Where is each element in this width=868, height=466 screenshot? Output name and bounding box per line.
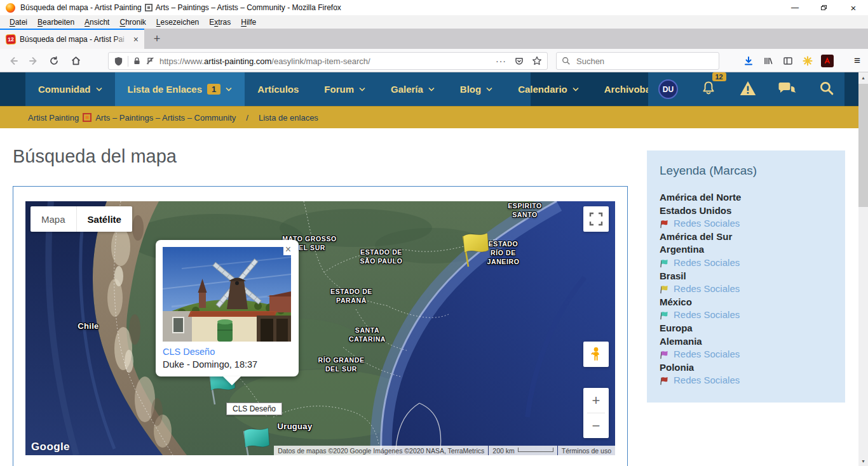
zoom-out-button[interactable]: − (583, 413, 609, 438)
flag-icon (660, 310, 669, 320)
map-canvas[interactable]: MATO GROSSO DEL SUR ESTADO DE SÃO PAULO … (25, 201, 615, 455)
legend-link-row: Redes Sociales (660, 283, 832, 296)
notifications-button[interactable]: 12 (700, 80, 717, 99)
tracking-shield-icon[interactable] (114, 57, 123, 66)
scrollbar-thumb[interactable] (858, 84, 868, 207)
browser-toolbar: https://www.artist-painting.com/easylink… (0, 49, 868, 72)
window-title: Búsqueda del mapa - Artist Painting Arts… (20, 3, 341, 12)
titlebar: Búsqueda del mapa - Artist Painting Arts… (0, 0, 868, 15)
page-title: Búsqueda del mapa (13, 146, 177, 167)
pocket-icon[interactable] (514, 56, 524, 66)
tab-close-icon[interactable]: × (133, 35, 139, 44)
tab-strip: 12 Búsqueda del mapa - Artist Pai × + (0, 29, 868, 49)
redes-sociales-link[interactable]: Redes Sociales (674, 309, 740, 322)
menu-lesezeichen[interactable]: Lesezeichen (151, 18, 204, 27)
nav-item-lista-de-enlaces[interactable]: Lista de Enlaces1 (115, 72, 245, 106)
map-marker-flag-yellow[interactable] (459, 230, 491, 270)
scrollbar-down-arrow[interactable]: ▾ (858, 456, 868, 466)
nav-item-articulos[interactable]: Artículos (245, 72, 311, 106)
breadcrumb-site-tagline[interactable]: Arts – Paintings – Artists – Community (95, 113, 236, 123)
minimize-button[interactable]: — (780, 0, 810, 15)
google-logo[interactable]: Google (31, 441, 70, 453)
forward-button[interactable] (24, 51, 43, 70)
pegman-button[interactable] (583, 342, 609, 367)
page-actions-icon[interactable]: ··· (496, 56, 506, 66)
site-search-icon (818, 80, 834, 96)
redes-sociales-link[interactable]: Redes Sociales (674, 374, 740, 387)
menu-datei[interactable]: Datei (4, 18, 32, 27)
window-controls: — × (780, 0, 868, 15)
legend-region: Europa (660, 322, 832, 335)
legend-title: Leyenda (Marcas) (660, 164, 832, 178)
forward-icon (29, 56, 39, 66)
messages-button[interactable] (778, 81, 796, 98)
breadcrumb-site-link[interactable]: Artist Painting (28, 113, 79, 123)
bookmark-star-icon[interactable] (532, 56, 542, 66)
zoom-control: + − (583, 388, 609, 438)
menu-ansicht[interactable]: Ansicht (79, 18, 114, 27)
nav-item-calendario[interactable]: Calendario (505, 72, 592, 106)
legend-country: Estados Unidos (660, 204, 832, 218)
fullscreen-button[interactable] (583, 206, 609, 232)
map-marker-flag-teal[interactable] (240, 425, 272, 455)
map-marker-label[interactable]: CLS Deseño (226, 403, 282, 415)
url-text: https://www.artist-painting.com/easylink… (159, 57, 491, 66)
scrollbar-up-arrow[interactable]: ▴ (858, 72, 868, 83)
redes-sociales-link[interactable]: Redes Sociales (674, 348, 740, 361)
notification-count-badge: 12 (712, 72, 726, 81)
windmill-photo[interactable] (163, 247, 291, 342)
lock-icon[interactable] (133, 57, 141, 65)
painting-icon (145, 4, 153, 11)
restore-button[interactable] (810, 0, 839, 15)
nav-item-galeria[interactable]: Galería (378, 72, 447, 106)
extension-button[interactable] (797, 51, 817, 70)
reload-button[interactable] (44, 51, 64, 70)
warning-icon (739, 80, 757, 97)
close-button[interactable]: × (839, 0, 868, 15)
nav-item-blog[interactable]: Blog (447, 72, 505, 106)
map-label-chile: Chile (78, 321, 98, 332)
search-input[interactable] (575, 56, 714, 67)
legend-region: América del Sur (660, 230, 832, 244)
menu-extras[interactable]: Extras (204, 18, 236, 27)
site-search-button[interactable] (818, 80, 834, 98)
chevron-down-icon (96, 87, 102, 91)
zoom-in-button[interactable]: + (583, 388, 609, 413)
site-nav-menu: Comunidad Lista de Enlaces1 Artículos Fo… (25, 72, 531, 106)
info-window-tail (223, 376, 241, 385)
map-type-satelite[interactable]: Satélite (76, 206, 132, 232)
hamburger-menu-button[interactable]: ≡ (848, 51, 867, 70)
home-button[interactable] (66, 51, 85, 70)
fullscreen-icon (588, 211, 604, 227)
menubar: Datei Bearbeiten Ansicht Chronik Lesezei… (0, 15, 868, 29)
permissions-icon[interactable] (146, 57, 155, 65)
info-window-link[interactable]: CLS Deseño (163, 347, 292, 357)
alerts-button[interactable] (739, 80, 757, 99)
sidebar-button[interactable] (778, 51, 797, 70)
menu-bearbeiten[interactable]: Bearbeiten (32, 18, 79, 27)
nav-item-forum[interactable]: Forum (311, 72, 378, 106)
terms-link[interactable]: Términos de uso (558, 446, 615, 455)
urlbar-divider (128, 56, 128, 67)
flag-icon (660, 376, 669, 385)
new-tab-button[interactable]: + (148, 30, 166, 47)
user-avatar[interactable]: DU (658, 79, 678, 99)
redes-sociales-link[interactable]: Redes Sociales (674, 217, 740, 230)
map-type-mapa[interactable]: Mapa (31, 206, 76, 232)
legend-link-row: Redes Sociales (660, 348, 832, 361)
page-scrollbar[interactable]: ▴ ▾ (858, 72, 868, 466)
acrobat-button[interactable] (817, 51, 837, 70)
menu-chronik[interactable]: Chronik (114, 18, 151, 27)
downloads-button[interactable] (738, 51, 758, 70)
back-button[interactable] (4, 51, 23, 70)
url-bar[interactable]: https://www.artist-painting.com/easylink… (108, 52, 548, 70)
library-button[interactable] (758, 51, 778, 70)
redes-sociales-link[interactable]: Redes Sociales (674, 256, 740, 270)
info-window-close-icon[interactable]: × (283, 244, 293, 255)
search-bar[interactable] (556, 52, 719, 70)
redes-sociales-link[interactable]: Redes Sociales (674, 283, 740, 296)
menu-hilfe[interactable]: Hilfe (236, 18, 261, 27)
window-title-right: Arts – Paintings – Artists – Community -… (156, 3, 341, 12)
tab-active[interactable]: 12 Búsqueda del mapa - Artist Pai × (0, 29, 144, 49)
nav-item-comunidad[interactable]: Comunidad (25, 72, 115, 106)
